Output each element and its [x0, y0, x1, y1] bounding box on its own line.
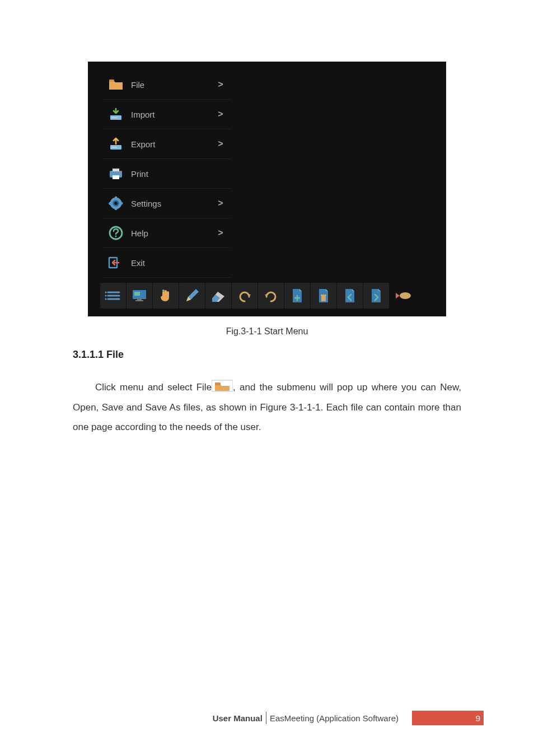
page-footer: User Manual EasMeeting (Application Soft… — [0, 711, 534, 725]
menu-item-label: Help — [125, 228, 215, 238]
menu-item-file[interactable]: File > — [102, 70, 231, 100]
import-icon — [106, 105, 125, 124]
menu-item-import[interactable]: Import > — [102, 100, 231, 129]
menu-item-settings[interactable]: Settings > — [102, 189, 231, 218]
svg-point-8 — [119, 172, 121, 174]
toolbar-collapse-button[interactable] — [390, 283, 415, 309]
svg-rect-31 — [137, 299, 142, 300]
toolbar-new-page-button[interactable] — [284, 283, 310, 309]
svg-rect-34 — [321, 296, 326, 301]
chevron-right-icon: > — [215, 228, 226, 238]
app-screenshot: File > Import > — [88, 62, 446, 316]
svg-rect-35 — [321, 295, 326, 296]
exit-icon — [106, 253, 125, 272]
footer-text: User Manual EasMeeting (Application Soft… — [213, 712, 399, 724]
chevron-right-icon: > — [215, 198, 226, 208]
svg-rect-4 — [111, 147, 117, 148]
svg-rect-0 — [109, 80, 114, 82]
para-fragment: Click menu and select File — [95, 382, 212, 393]
svg-point-36 — [400, 292, 411, 299]
help-icon — [106, 223, 125, 242]
print-icon — [106, 164, 125, 183]
figure-start-menu: File > Import > — [88, 62, 446, 316]
toolbar-pen-button[interactable] — [179, 283, 205, 309]
chevron-right-icon: > — [215, 139, 226, 149]
menu-item-export[interactable]: Export > — [102, 129, 231, 159]
menu-item-label: Export — [125, 139, 215, 149]
toolbar-next-page-button[interactable] — [363, 283, 389, 309]
start-menu-panel: File > Import > — [102, 70, 231, 278]
svg-point-33 — [162, 290, 165, 292]
menu-item-label: Import — [125, 110, 215, 119]
body-paragraph: Click menu and select File , and the sub… — [73, 377, 461, 437]
svg-rect-38 — [215, 382, 221, 385]
section-heading: 3.1.1.1 File — [73, 349, 461, 361]
toolbar-redo-button[interactable] — [258, 283, 284, 309]
menu-item-help[interactable]: Help > — [102, 218, 231, 248]
svg-point-26 — [105, 291, 106, 293]
svg-point-28 — [105, 298, 106, 300]
menu-item-label: File — [125, 80, 215, 90]
footer-product-label: EasMeeting (Application Software) — [270, 713, 399, 723]
menu-item-label: Exit — [125, 258, 215, 268]
svg-rect-6 — [113, 169, 119, 171]
gear-icon — [106, 194, 125, 213]
menu-item-print[interactable]: Print — [102, 159, 231, 189]
page-number-badge: 9 — [412, 711, 484, 725]
figure-caption: Fig.3-1-1 Start Menu — [73, 326, 461, 337]
svg-rect-30 — [134, 292, 140, 296]
toolbar-eraser-button[interactable] — [205, 283, 231, 309]
page-content: File > Import > — [0, 0, 534, 437]
chevron-right-icon: > — [215, 80, 226, 90]
svg-point-21 — [115, 236, 117, 237]
page-number: 9 — [476, 713, 480, 723]
toolbar-undo-button[interactable] — [232, 283, 257, 309]
svg-point-19 — [114, 202, 118, 205]
menu-item-label: Print — [125, 169, 215, 179]
svg-rect-32 — [135, 300, 143, 301]
svg-rect-7 — [113, 175, 119, 179]
bottom-toolbar — [100, 283, 415, 309]
file-folder-icon — [106, 75, 125, 94]
toolbar-menu-button[interactable] — [100, 283, 126, 309]
toolbar-hand-button[interactable] — [153, 283, 179, 309]
menu-item-label: Settings — [125, 199, 215, 208]
toolbar-prev-page-button[interactable] — [337, 283, 363, 309]
export-icon — [106, 134, 125, 153]
menu-item-exit[interactable]: Exit — [102, 248, 231, 278]
toolbar-delete-page-button[interactable] — [311, 283, 336, 309]
footer-manual-label: User Manual — [213, 713, 263, 723]
inline-file-folder-icon — [212, 380, 233, 392]
chevron-right-icon: > — [215, 109, 226, 119]
toolbar-desktop-button[interactable] — [127, 283, 152, 309]
svg-rect-2 — [111, 117, 117, 118]
footer-separator — [266, 712, 266, 724]
svg-point-27 — [105, 295, 106, 296]
